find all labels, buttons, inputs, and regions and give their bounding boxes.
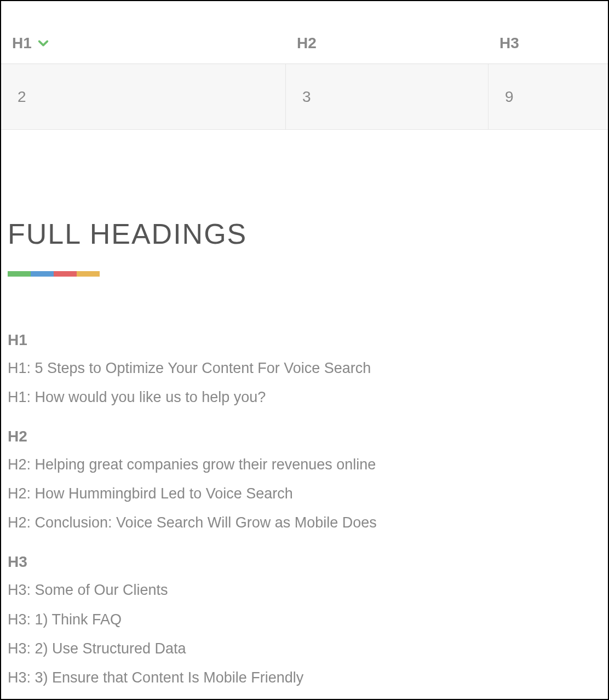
count-h3: 9	[489, 64, 608, 129]
count-h2: 3	[286, 64, 489, 129]
chevron-down-icon	[37, 37, 49, 51]
color-seg-yellow	[77, 271, 100, 277]
color-seg-blue	[31, 271, 54, 277]
heading-item: H2: How Hummingbird Led to Voice Search	[8, 484, 608, 503]
heading-item: H1: 5 Steps to Optimize Your Content For…	[8, 359, 608, 378]
tab-h1[interactable]: H1	[1, 1, 286, 64]
heading-item: H3: 3) Ensure that Content Is Mobile Fri…	[8, 668, 608, 687]
heading-group-h2: H2 H2: Helping great companies grow thei…	[8, 428, 608, 532]
tab-h2[interactable]: H2	[286, 1, 489, 64]
color-accent-bar	[8, 271, 100, 277]
heading-item: H3: 1) Think FAQ	[8, 610, 608, 629]
heading-item: H2: Helping great companies grow their r…	[8, 455, 608, 474]
heading-tabs-row: H1 H2 H3	[1, 1, 608, 64]
color-seg-green	[8, 271, 31, 277]
tab-h1-label: H1	[12, 35, 32, 52]
full-headings-content: H1 H1: 5 Steps to Optimize Your Content …	[8, 331, 608, 687]
group-label-h2: H2	[8, 428, 608, 445]
tab-h2-label: H2	[297, 35, 317, 52]
heading-item: H2: Conclusion: Voice Search Will Grow a…	[8, 513, 608, 532]
heading-group-h1: H1 H1: 5 Steps to Optimize Your Content …	[8, 331, 608, 407]
count-h1: 2	[1, 64, 286, 129]
heading-item: H3: Some of Our Clients	[8, 581, 608, 600]
tab-h3[interactable]: H3	[489, 1, 608, 64]
color-seg-red	[54, 271, 77, 277]
heading-item: H1: How would you like us to help you?	[8, 388, 608, 407]
group-label-h1: H1	[8, 331, 608, 349]
section-title: FULL HEADINGS	[8, 217, 608, 250]
tab-h3-label: H3	[499, 35, 519, 52]
heading-counts-row: 2 3 9	[1, 64, 608, 130]
group-label-h3: H3	[8, 553, 608, 571]
heading-group-h3: H3 H3: Some of Our Clients H3: 1) Think …	[8, 553, 608, 687]
heading-item: H3: 2) Use Structured Data	[8, 639, 608, 658]
